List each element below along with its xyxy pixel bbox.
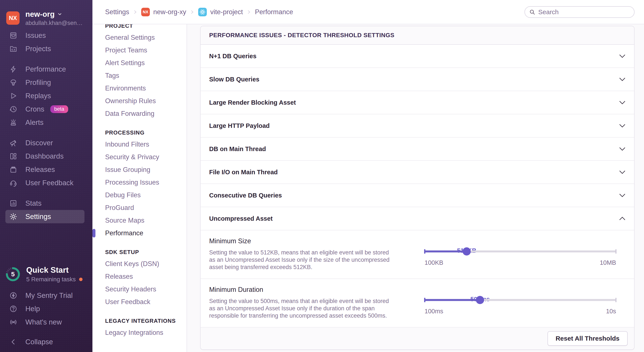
breadcrumb-settings[interactable]: Settings [105,8,129,16]
nav-item-debug-files[interactable]: Debug Files [105,189,186,201]
nav-group-header-sdk-setup: SDK SETUP [105,249,186,255]
sidebar-collapse-button[interactable]: Collapse [0,335,92,348]
slider-min-label: 100ms [424,308,443,315]
sidebar-item-whats-new[interactable]: What's new [0,316,92,329]
nav-item-processing-issues[interactable]: Processing Issues [105,176,186,189]
profiling-icon [9,78,18,86]
accordion-row-n-plus-one-db-queries[interactable]: N+1 DB Queries [200,45,634,68]
org-badge-icon: NX [141,8,150,16]
field-minimum-duration: Minimum Duration Setting the value to 50… [200,279,634,328]
nav-item-project-teams[interactable]: Project Teams [105,44,186,56]
org-name: new-org [25,10,54,18]
gear-icon [9,212,18,221]
nav-item-data-forwarding[interactable]: Data Forwarding [105,107,186,120]
nav-item-tags[interactable]: Tags [105,69,186,82]
minimum-size-slider: 512KB 100KB 10MB [424,247,616,266]
accordion-row-large-render-blocking-asset[interactable]: Large Render Blocking Asset [200,91,634,114]
field-minimum-size: Minimum Size Setting the value to 512KB,… [200,230,634,279]
search-input[interactable] [538,8,630,16]
accordion-row-slow-db-queries[interactable]: Slow DB Queries [200,68,634,91]
trial-bolt-icon [9,292,18,300]
chevron-up-icon [619,216,626,220]
help-icon [9,305,18,313]
minimum-duration-slider: 500ms 100ms 10s [424,296,616,315]
nav-item-proguard[interactable]: ProGuard [105,201,186,214]
org-switcher[interactable]: NX new-org abdullah.khan@sen… [0,0,92,29]
sidebar-item-my-sentry-trial[interactable]: My Sentry Trial [0,289,92,302]
lightning-icon [9,65,18,73]
nav-item-security-privacy[interactable]: Security & Privacy [105,151,186,163]
nav-item-security-headers[interactable]: Security Headers [105,283,186,296]
breadcrumb-separator-icon [134,10,137,14]
nav-item-performance[interactable]: Performance [105,227,186,240]
search-icon [529,9,535,15]
nav-group-header-processing: PROCESSING [105,129,186,136]
slider-min-label: 100KB [424,259,443,266]
nav-item-releases[interactable]: Releases [105,270,186,283]
field-description: Setting the value to 500ms, means that a… [209,298,394,319]
chevron-down-icon [619,77,626,81]
accordion-row-file-io-on-main-thread[interactable]: File I/O on Main Thread [200,161,634,184]
sidebar-item-profiling[interactable]: Profiling [0,76,92,89]
slider-track[interactable] [424,247,616,256]
breadcrumb-project[interactable]: vite-project [198,8,243,16]
nav-item-alert-settings[interactable]: Alert Settings [105,56,186,69]
breadcrumb-org[interactable]: NX new-org-xy [141,8,186,16]
chevron-down-icon [57,12,62,17]
react-platform-icon [198,8,207,16]
slider-thumb[interactable] [476,296,484,304]
nav-item-user-feedback[interactable]: User Feedback [105,296,186,308]
sidebar-item-dashboards[interactable]: Dashboards [0,150,92,163]
nav-item-legacy-integrations[interactable]: Legacy Integrations [105,326,186,339]
quick-start[interactable]: 5 Quick Start 5 Remaining tasks [0,266,92,283]
sidebar-item-performance[interactable]: Performance [0,62,92,76]
accordion-row-large-http-payload[interactable]: Large HTTP Payload [200,114,634,138]
sidebar-item-issues[interactable]: Issues [0,29,92,42]
accordion-row-uncompressed-asset[interactable]: Uncompressed Asset [200,207,634,230]
nav-item-inbound-filters[interactable]: Inbound Filters [105,138,186,151]
archive-icon [9,166,18,174]
reset-all-thresholds-button[interactable]: Reset All Thresholds [548,331,628,346]
chevron-down-icon [619,170,626,174]
clock-icon [9,105,18,113]
nav-group-header-project: PROJECT [105,24,186,29]
sidebar-item-crons[interactable]: Crons beta [0,102,92,116]
accordion-row-consecutive-db-queries[interactable]: Consecutive DB Queries [200,184,634,207]
breadcrumb-separator-icon [247,10,251,14]
threshold-settings-panel: PERFORMANCE ISSUES - DETECTOR THRESHOLD … [200,26,634,350]
sidebar-item-help[interactable]: Help [0,302,92,316]
nav-item-source-maps[interactable]: Source Maps [105,214,186,227]
nav-item-ownership-rules[interactable]: Ownership Rules [105,94,186,107]
accordion-row-db-on-main-thread[interactable]: DB on Main Thread [200,138,634,161]
slider-thumb[interactable] [462,247,471,256]
search-box[interactable] [524,6,634,18]
sidebar-item-settings[interactable]: Settings [5,210,84,223]
sidebar-item-alerts[interactable]: Alerts [0,116,92,129]
field-label: Minimum Duration [209,286,394,294]
settings-nav: PROJECT General Settings Project Teams A… [92,24,187,352]
sidebar-item-replays[interactable]: Replays [0,89,92,102]
quick-start-subtitle: 5 Remaining tasks [26,276,76,283]
org-email: abdullah.khan@sen… [25,20,82,26]
chevron-down-icon [619,100,626,104]
siren-icon [9,118,18,126]
org-avatar: NX [6,12,20,25]
sidebar-item-user-feedback[interactable]: User Feedback [0,176,92,190]
slider-track[interactable] [424,296,616,304]
nav-item-issue-grouping[interactable]: Issue Grouping [105,163,186,176]
nav-item-client-keys[interactable]: Client Keys (DSN) [105,258,186,270]
sidebar-item-releases[interactable]: Releases [0,163,92,176]
broadcast-icon [9,318,18,326]
main-content: PERFORMANCE ISSUES - DETECTOR THRESHOLD … [187,24,644,352]
nav-item-environments[interactable]: Environments [105,82,186,94]
panel-footer: Reset All Thresholds [200,328,634,350]
slider-max-label: 10MB [600,259,616,266]
nav-item-general-settings[interactable]: General Settings [105,31,186,44]
sidebar-item-stats[interactable]: Stats [0,197,92,210]
sidebar-item-discover[interactable]: Discover [0,136,92,150]
sidebar-item-projects[interactable]: Projects [0,42,92,56]
panel-title: PERFORMANCE ISSUES - DETECTOR THRESHOLD … [200,26,634,45]
projects-icon [9,45,18,53]
issues-icon [9,31,18,40]
nav-group-header-legacy: LEGACY INTEGRATIONS [105,318,186,324]
